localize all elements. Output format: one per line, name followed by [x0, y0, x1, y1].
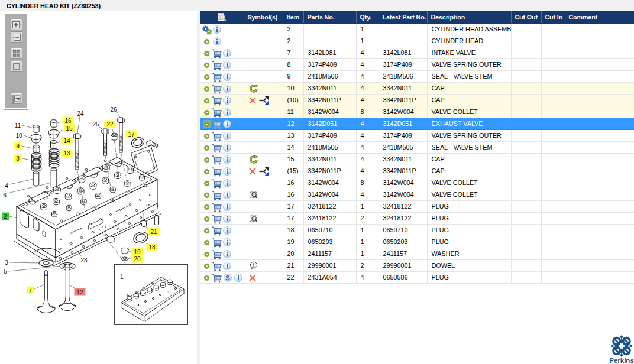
svg-text:11: 11: [15, 122, 21, 129]
svg-text:23: 23: [80, 257, 88, 264]
svg-text:16: 16: [64, 118, 72, 124]
svg-text:14: 14: [63, 138, 70, 144]
svg-text:2: 2: [4, 213, 7, 220]
svg-text:17: 17: [128, 131, 135, 138]
svg-text:19: 19: [134, 249, 141, 255]
svg-text:10: 10: [15, 132, 22, 139]
svg-text:4: 4: [5, 183, 8, 189]
svg-text:3: 3: [5, 259, 8, 266]
svg-text:20: 20: [134, 256, 141, 262]
svg-text:26: 26: [110, 106, 117, 113]
svg-text:13: 13: [63, 150, 70, 157]
svg-text:21: 21: [150, 229, 157, 235]
svg-text:7: 7: [28, 287, 32, 294]
svg-text:8: 8: [16, 155, 20, 162]
svg-text:S: S: [225, 274, 229, 281]
svg-text:5: 5: [4, 268, 7, 275]
svg-text:6: 6: [3, 192, 7, 199]
svg-text:18: 18: [148, 244, 156, 251]
svg-text:9: 9: [16, 143, 20, 150]
svg-text:22: 22: [106, 121, 114, 128]
svg-text:24: 24: [77, 110, 84, 117]
svg-text:25: 25: [92, 121, 99, 128]
svg-text:12: 12: [76, 289, 83, 295]
svg-text:15: 15: [66, 125, 73, 132]
svg-text:1: 1: [120, 274, 124, 280]
svg-text:Perkins: Perkins: [609, 357, 634, 364]
